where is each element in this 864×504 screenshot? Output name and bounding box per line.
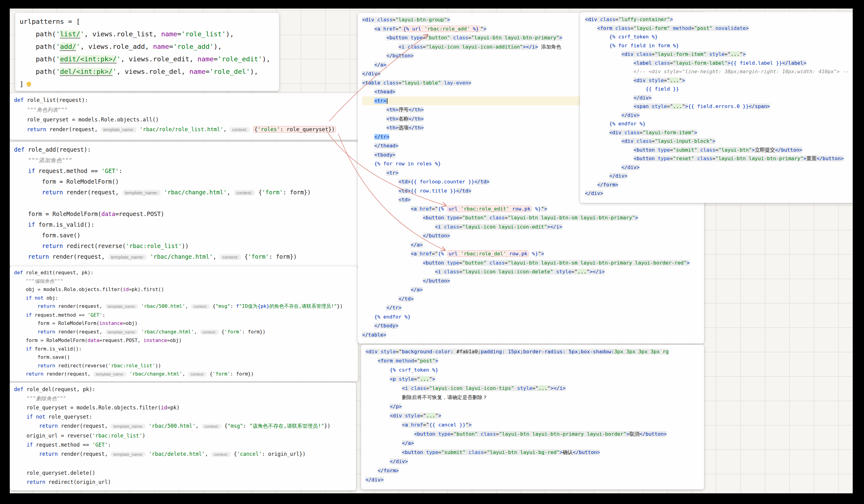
code-segment: "layui-icon layui-icon-addition" — [426, 44, 523, 50]
code-segment: "layui-form-label" — [673, 60, 728, 66]
code-segment — [365, 385, 402, 391]
code-segment — [138, 329, 141, 335]
code-segment: = — [438, 450, 441, 455]
code-segment: class — [489, 215, 505, 221]
code-line: <div class="layui-input-block"> — [585, 137, 853, 146]
code-segment: = — [459, 269, 462, 274]
code-segment — [14, 303, 38, 309]
code-segment: name — [197, 55, 214, 63]
code-segment: </button> — [386, 53, 413, 59]
code-segment: <div — [365, 349, 381, 355]
code-segment: <th> — [386, 125, 398, 131]
code-segment: </td> — [398, 296, 414, 302]
code-segment: { — [221, 423, 227, 429]
code-segment: ' — [117, 55, 121, 63]
code-segment: <th> — [386, 116, 398, 122]
code-segment: instance — [144, 337, 167, 343]
code-segment: 'form' — [262, 189, 283, 196]
code-line: <a href="{% url 'rbac:role_del' row.pk %… — [362, 249, 704, 258]
code-line: 删除后将不可恢复，请确定是否删除？ — [365, 393, 704, 402]
code-segment: path( — [20, 55, 56, 63]
code-card-view-role-list[interactable]: def role_list(request): """角色列表""" role_… — [10, 93, 358, 140]
code-segment: render(request, — [58, 329, 105, 335]
code-segment: {{ field }} — [646, 86, 679, 92]
code-segment: " — [740, 51, 743, 57]
code-segment: class — [637, 138, 652, 144]
code-line: path('edit/<int:pk>/', views.role_edit, … — [20, 53, 279, 65]
code-segment — [362, 134, 374, 140]
canvas-grid[interactable]: urlpatterns = [ path('list/', views.role… — [10, 9, 853, 493]
code-segment: <!-- <div style="line-height: 38px;margi… — [634, 69, 849, 74]
code-segment: return — [27, 126, 49, 132]
code-segment: "submit" — [441, 450, 465, 455]
code-segment: {% for row in roles %} — [374, 161, 441, 167]
code-segment: ></i> — [589, 269, 605, 274]
code-segment: </a> — [402, 440, 414, 446]
code-line: <span style="...">{{ field.errors.0 }}</… — [585, 102, 853, 111]
code-segment: </form> — [377, 468, 399, 474]
code-segment: = — [423, 35, 426, 40]
code-segment: type — [658, 156, 670, 161]
code-segment: name — [161, 30, 177, 38]
code-segment: > — [469, 422, 472, 428]
code-segment — [362, 62, 374, 68]
code-segment: 'rbac/change.html' — [150, 253, 213, 260]
code-segment: "msg" — [216, 303, 230, 309]
code-line: urlpatterns = [ — [20, 15, 279, 28]
code-segment: redirect(reverse( — [58, 363, 108, 369]
code-segment: 'rbac/change.html' — [141, 329, 194, 335]
code-segment: 3px 3px 3px 3px rg — [614, 349, 669, 355]
code-segment: = — [205, 68, 209, 75]
code-segment: context: — [191, 304, 210, 309]
code-line: <div class="luffy-container"> — [585, 15, 853, 24]
code-segment: render(request, — [61, 423, 111, 429]
code-segment: <span — [634, 103, 652, 109]
code-segment: if — [26, 312, 35, 318]
code-line: </form> — [585, 181, 853, 189]
code-segment: if not — [26, 295, 46, 301]
code-segment: =obj) — [167, 337, 182, 343]
code-line — [14, 459, 356, 468]
code-line: <p style="..."> — [365, 374, 704, 384]
code-segment: = — [169, 43, 173, 50]
code-segment: 'cancel' — [237, 451, 262, 457]
code-segment — [514, 385, 517, 391]
code-segment — [585, 43, 609, 49]
code-segment: > — [728, 60, 731, 66]
code-segment: ; — [478, 349, 481, 355]
code-segment: </th> — [408, 125, 424, 131]
code-segment: "layui-btn" — [718, 147, 752, 153]
code-segment: "layui-form-item" — [655, 51, 707, 57]
code-segment: , views.role_edit, — [121, 55, 197, 63]
code-segment: 'form' — [213, 371, 230, 377]
code-segment: context: — [220, 254, 241, 260]
code-card-urls-py[interactable]: urlpatterns = [ path('list/', views.role… — [15, 13, 279, 91]
code-segment: <button — [634, 156, 658, 161]
code-segment: = — [414, 358, 417, 364]
code-segment: </th> — [408, 107, 424, 113]
code-line: </a> — [365, 439, 704, 448]
code-segment: role_list(request): — [27, 97, 88, 103]
code-segment: ' — [56, 30, 60, 38]
code-card-view-role-del[interactable]: def role_del(request, pk): """删除角色""" ro… — [10, 383, 356, 490]
code-line: obj = models.Role.objects.filter(id=pk).… — [14, 285, 358, 294]
code-segment: <i — [402, 385, 411, 391]
code-card-template-change-html[interactable]: <div class="luffy-container"> <form clas… — [580, 12, 853, 203]
code-segment: > — [432, 376, 435, 382]
code-card-template-delete-html[interactable]: <div style="background-color: #fab1a0;pa… — [361, 345, 704, 489]
code-segment: render(request, — [67, 189, 122, 196]
code-segment: context: — [188, 372, 207, 377]
code-segment: > — [559, 35, 562, 40]
code-segment: def — [14, 270, 26, 275]
code-segment — [365, 413, 389, 419]
code-card-view-role-edit[interactable]: def role_edit(request, pk): """编辑角色""" o… — [10, 266, 358, 381]
code-segment: : — [102, 312, 105, 318]
code-card-view-role-add[interactable]: def role_add(request): """添加角色""" if req… — [10, 142, 360, 267]
code-segment: > — [685, 103, 688, 109]
code-line: return render(request, template_name: 'r… — [14, 302, 358, 311]
code-line: """添加角色""" — [14, 155, 360, 166]
code-segment: template_name: — [101, 127, 136, 132]
code-segment — [585, 69, 634, 74]
code-line: path('del/<int:pk>/', views.role_del, na… — [20, 65, 279, 78]
code-segment: del/<int:pk>/ — [60, 68, 112, 76]
